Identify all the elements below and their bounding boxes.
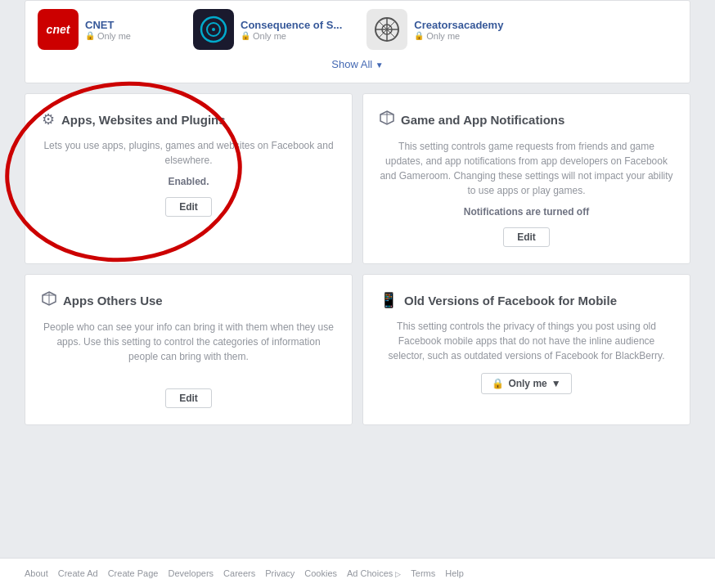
app-items-row: cnet CNET 🔒 Only me (38, 9, 677, 50)
consequence-name[interactable]: Consequence of S... (241, 19, 342, 31)
game-notifications-title: Game and App Notifications (401, 113, 564, 127)
apps-plugins-desc: Lets you use apps, plugins, games and we… (42, 138, 335, 168)
footer-link-help[interactable]: Help (445, 568, 464, 578)
footer-link-create-page[interactable]: Create Page (108, 568, 159, 578)
show-all-link[interactable]: Show All ▼ (331, 58, 383, 70)
consequence-privacy: 🔒 Only me (241, 31, 342, 41)
cnet-info: CNET 🔒 Only me (85, 19, 131, 41)
show-all-bar: Show All ▼ (38, 50, 677, 74)
apps-others-header: Apps Others Use (42, 291, 335, 310)
settings-grid: ⚙ Apps, Websites and Plugins Lets you us… (25, 93, 690, 425)
consequence-icon (193, 9, 234, 50)
game-notifications-status: Notifications are turned off (380, 206, 673, 218)
footer: About Create Ad Create Page Developers C… (0, 558, 715, 588)
footer-link-cookies[interactable]: Cookies (304, 568, 337, 578)
cnet-label: cnet (47, 23, 70, 36)
old-mobile-card: 📱 Old Versions of Facebook for Mobile Th… (362, 274, 690, 425)
svg-point-2 (212, 28, 215, 31)
lock-icon-2: 🔒 (241, 31, 250, 40)
lock-icon-3: 🔒 (414, 31, 424, 40)
apps-others-edit-button[interactable]: Edit (165, 388, 212, 408)
footer-link-create-ad[interactable]: Create Ad (58, 568, 98, 578)
only-me-label: Only me (508, 378, 546, 389)
footer-link-careers[interactable]: Careers (223, 568, 255, 578)
circle-annotation (0, 72, 250, 272)
chevron-down-icon-2: ▼ (551, 378, 561, 389)
footer-link-terms[interactable]: Terms (411, 568, 435, 578)
creators-privacy: 🔒 Only me (414, 31, 503, 41)
ad-choices-icon: ▷ (395, 570, 401, 578)
chevron-down-icon: ▼ (375, 61, 384, 70)
app-item-cnet: cnet CNET 🔒 Only me (38, 9, 169, 50)
old-mobile-title: Old Versions of Facebook for Mobile (404, 294, 617, 307)
apps-plugins-status: Enabled. (42, 176, 335, 187)
lock-icon: 🔒 (85, 31, 95, 40)
footer-link-developers[interactable]: Developers (168, 568, 214, 578)
app-item-creators: Creatorsacademy 🔒 Only me (366, 9, 503, 50)
game-notifications-card: Game and App Notifications This setting … (362, 93, 690, 264)
apps-plugins-title: Apps, Websites and Plugins (61, 113, 226, 127)
old-mobile-header: 📱 Old Versions of Facebook for Mobile (380, 291, 673, 309)
mobile-icon: 📱 (380, 291, 398, 309)
app-item-consequence: Consequence of S... 🔒 Only me (193, 9, 342, 50)
apps-plugins-edit-button[interactable]: Edit (165, 197, 212, 217)
old-mobile-desc: This setting controls the privacy of thi… (380, 319, 673, 363)
cube-icon (380, 110, 394, 129)
cube-icon-2 (42, 291, 56, 310)
gear-icon: ⚙ (42, 110, 55, 128)
cnet-icon: cnet (38, 9, 79, 50)
page-wrapper: cnet CNET 🔒 Only me (0, 0, 715, 588)
footer-link-ad-choices[interactable]: Ad Choices ▷ (347, 568, 401, 578)
consequence-info: Consequence of S... 🔒 Only me (241, 19, 342, 41)
apps-others-title: Apps Others Use (63, 294, 163, 307)
cnet-privacy: 🔒 Only me (85, 31, 131, 41)
footer-link-privacy[interactable]: Privacy (265, 568, 295, 578)
only-me-button[interactable]: 🔒 Only me ▼ (481, 373, 571, 394)
apps-others-card: Apps Others Use People who can see your … (25, 274, 353, 425)
apps-plugins-header: ⚙ Apps, Websites and Plugins (42, 110, 335, 128)
apps-others-desc: People who can see your info can bring i… (42, 320, 335, 364)
creators-name[interactable]: Creatorsacademy (414, 19, 503, 31)
footer-link-about[interactable]: About (25, 568, 48, 578)
game-notifications-header: Game and App Notifications (380, 110, 673, 129)
main-content: cnet CNET 🔒 Only me (0, 0, 715, 558)
cnet-name[interactable]: CNET (85, 19, 131, 31)
creators-icon (366, 9, 407, 50)
apps-plugins-card: ⚙ Apps, Websites and Plugins Lets you us… (25, 93, 353, 264)
game-notifications-edit-button[interactable]: Edit (503, 227, 550, 247)
creators-info: Creatorsacademy 🔒 Only me (414, 19, 503, 41)
app-list-section: cnet CNET 🔒 Only me (25, 0, 690, 83)
lock-icon-4: 🔒 (492, 378, 504, 389)
game-notifications-desc: This setting controls game requests from… (380, 139, 673, 198)
